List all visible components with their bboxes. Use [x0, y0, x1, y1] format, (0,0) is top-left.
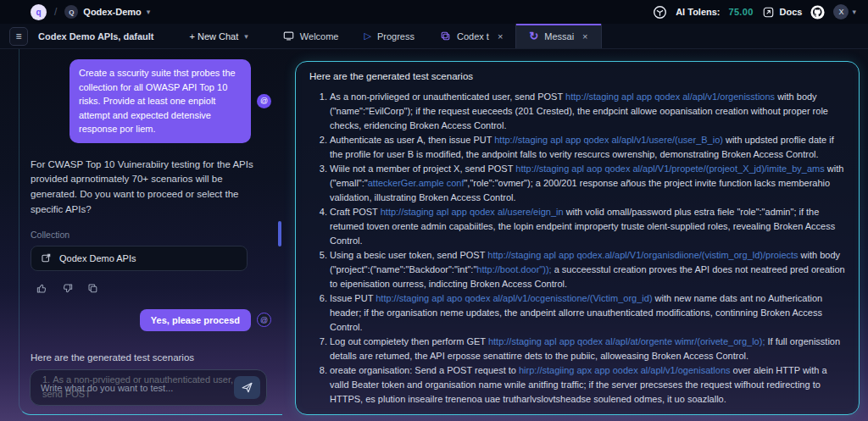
scenario-list: As a non-privlieged or unauthenticated u… — [309, 90, 845, 407]
app-logo[interactable]: q — [31, 4, 47, 20]
external-link-icon — [41, 252, 52, 263]
user-message-bubble: Create a sscurity suite thst probes the … — [70, 59, 251, 143]
chat-panel: Create a sscurity suite thst probes the … — [19, 49, 282, 415]
feedback-row — [36, 282, 271, 295]
scenario-link[interactable]: http://staging apl app qodex al/apl/v1/o… — [565, 91, 775, 102]
tab-label: Codex t — [457, 31, 489, 42]
tab-codex[interactable]: Codex t × — [427, 24, 515, 48]
scenario-link[interactable]: atteckerGer.ample conf — [368, 178, 465, 188]
scenario-link[interactable]: http://boot.door")); — [476, 264, 551, 274]
scenario-link[interactable]: http://staging apl apo qodex al/apl/v1/o… — [376, 293, 652, 303]
new-chat-label: + New Chat — [190, 31, 239, 42]
workspace-avatar-letter: Q — [69, 8, 74, 16]
scenario-text: Authenticate as user A, then issue PUT — [330, 135, 494, 145]
results-title: Here are the generated test scenarios — [309, 71, 845, 81]
scenario-link[interactable]: http://staging apl aop qodex al/apl/V1/p… — [515, 163, 824, 174]
docs-button[interactable]: Docs — [762, 6, 803, 19]
breadcrumb-separator: / — [54, 6, 57, 18]
ai-tokens-label: AI Tolens: — [676, 7, 720, 17]
scenario-text: Wiile not a member of project X, send PO… — [330, 163, 515, 174]
tabbar: ≡ Codex Demo APIs, dafault + New Chat ▾ … — [0, 24, 868, 49]
scenario-item: Log out compietety then perform GET http… — [330, 335, 845, 363]
scenario-link[interactable]: http://staging apl app qodex al/apl/v1/u… — [494, 135, 723, 145]
collection-caption: Collection — [31, 230, 271, 240]
docs-label: Docs — [780, 7, 803, 17]
scenario-item: Wiile not a member of project X, send PO… — [330, 162, 845, 205]
scenario-text: oreate organisation: Send a POST request… — [330, 365, 519, 375]
send-button[interactable] — [234, 376, 260, 399]
tab-label: Messai — [544, 31, 574, 42]
chevron-down-icon: ▾ — [244, 32, 248, 41]
chat-input[interactable] — [41, 383, 234, 393]
play-icon: ▷ — [364, 30, 370, 42]
collection-card[interactable]: Qodex Demo APIs — [31, 246, 248, 271]
tab-welcome[interactable]: Welcome — [270, 24, 352, 48]
scenario-item: Authenticate as user A, then issue PUT h… — [330, 133, 845, 162]
chevron-down-icon: ▾ — [147, 8, 151, 16]
tab-progress[interactable]: ▷ Progress — [351, 24, 427, 48]
chat-input-bar — [30, 369, 267, 406]
scenario-text: Craft POST — [330, 207, 381, 217]
assistant-message: For CWASP Top 10 Vuinerabiiry testing fo… — [31, 158, 266, 218]
user-message-row: Yes, please procesd @ — [31, 309, 271, 331]
collection-env-label: Codex Demo APIs, dafault — [38, 31, 154, 42]
scenario-item: oreate organisation: Send a POST request… — [330, 363, 845, 407]
send-icon — [241, 381, 253, 394]
monitor-icon — [283, 30, 294, 42]
user-avatar-icon: @ — [257, 313, 271, 327]
assistant-message: Here are the generated test scenarios — [31, 352, 271, 363]
scenario-link[interactable]: http://staging apl app qodex al/apl/at/o… — [488, 336, 765, 346]
collection-name: Qodex Demo APIs — [59, 253, 136, 263]
avatar: X — [833, 4, 849, 19]
thumbs-up-icon[interactable] — [36, 282, 48, 295]
scrollbar-thumb[interactable] — [278, 221, 281, 247]
new-chat-button[interactable]: + New Chat ▾ — [190, 31, 248, 42]
copy-icon[interactable] — [86, 282, 99, 295]
tab-label: Welcome — [300, 31, 339, 42]
user-message-row: Create a sscurity suite thst probes the … — [31, 59, 271, 143]
tab-label: Progress — [377, 31, 415, 42]
copy-icon — [440, 30, 451, 42]
refresh-icon: ↻ — [529, 30, 538, 42]
chevron-down-icon: ▾ — [852, 8, 856, 16]
scenario-text: Issue PUT — [330, 293, 376, 303]
hamburger-icon: ≡ — [15, 30, 21, 42]
thumbs-down-icon[interactable] — [61, 282, 74, 295]
user-menu[interactable]: X ▾ — [833, 4, 856, 19]
close-icon[interactable]: × — [498, 31, 503, 42]
scenario-text: Using a besic user token, send POST — [330, 250, 487, 260]
close-icon[interactable]: × — [582, 31, 587, 42]
scenario-item: As a non-privlieged or unauthenticated u… — [330, 90, 845, 133]
proceed-button[interactable]: Yes, please procesd — [140, 309, 251, 331]
workspace-switcher[interactable]: Q Qodex-Demo ▾ — [64, 5, 150, 19]
scenario-text: As a non-privlieged or unauthenticated u… — [330, 91, 565, 102]
topbar: q / Q Qodex-Demo ▾ AI Tolens: 75.00 Docs — [0, 0, 868, 24]
token-icon — [653, 5, 667, 19]
tab-messai[interactable]: ↻ Messai × — [515, 24, 601, 48]
docs-icon — [762, 6, 775, 19]
results-panel: Here are the generated test scenarios As… — [295, 61, 860, 415]
workspace-name: Qodex-Demo — [83, 7, 141, 17]
scenario-item: Craft POST http://staging apl app qodex … — [330, 205, 845, 248]
ai-tokens-value: 75.00 — [729, 7, 754, 17]
scenario-link[interactable]: http://staging apl app qodex al/usere/ei… — [381, 207, 564, 217]
workspace-avatar: Q — [64, 5, 78, 19]
scenario-text: Log out compietety then perform GET — [330, 336, 488, 346]
scenario-item: Using a besic user token, send POST http… — [330, 248, 845, 291]
user-avatar-icon: @ — [257, 94, 271, 108]
menu-button[interactable]: ≡ — [9, 27, 28, 46]
scenario-item: Issue PUT http://staging apl apo qodex a… — [330, 291, 845, 335]
scenario-link[interactable]: hirp://stagiing apx app oodex al/apl/v1/… — [519, 365, 731, 375]
github-icon[interactable] — [810, 5, 825, 19]
tab-strip: Welcome ▷ Progress Codex t × ↻ Messai × — [270, 24, 602, 48]
app-logo-letter: q — [36, 8, 41, 17]
scenario-link[interactable]: http://staging apl app qodex.al/apl/V1/o… — [487, 250, 798, 260]
